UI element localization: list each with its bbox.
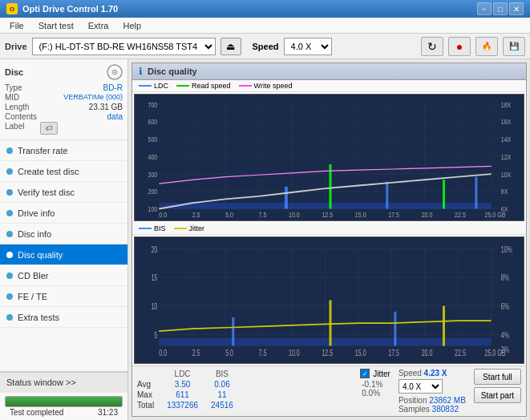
svg-text:22.5: 22.5 xyxy=(455,212,466,220)
menu-start-test[interactable]: Start test xyxy=(32,19,80,32)
svg-text:5.0: 5.0 xyxy=(225,212,233,220)
nav-disc-info-label: Disc info xyxy=(18,229,51,239)
drive-select[interactable]: (F:) HL-DT-ST BD-RE WH16NS58 TST4 xyxy=(32,38,216,55)
total-label: Total xyxy=(137,400,160,410)
progress-bar-bg xyxy=(5,396,123,407)
svg-text:100: 100 xyxy=(148,206,158,214)
speed-select-stat[interactable]: 4.0 X xyxy=(399,379,443,394)
ldc-label: LDC xyxy=(154,82,168,90)
jitter-color xyxy=(174,228,187,229)
svg-rect-88 xyxy=(232,317,234,346)
svg-text:600: 600 xyxy=(148,119,158,127)
nav-dot xyxy=(6,293,13,300)
disc-quality-panel: ℹ Disc quality LDC Read speed xyxy=(131,63,527,417)
refresh-button[interactable]: ↻ xyxy=(421,37,443,56)
svg-text:8X: 8X xyxy=(501,188,508,196)
svg-text:15: 15 xyxy=(151,273,157,283)
disc-type-val: BD-R xyxy=(40,83,123,92)
position-row: Position 23862 MB xyxy=(399,396,466,405)
nav-cd-bler-label: CD Bler xyxy=(18,271,49,281)
nav-create-test-disc-label: Create test disc xyxy=(18,167,79,176)
svg-rect-47 xyxy=(285,187,288,209)
nav-create-test-disc[interactable]: Create test disc xyxy=(0,161,127,182)
svg-text:2.5: 2.5 xyxy=(192,212,200,220)
jitter-header-row: ✓ Jitter xyxy=(360,369,390,378)
status-text-row: Test completed 31:23 xyxy=(5,407,123,418)
nav-verify-test-disc[interactable]: Verify test disc xyxy=(0,182,127,203)
disc-length-key: Length xyxy=(5,103,37,111)
stats-table: LDC BIS Avg 3.50 0.06 Max xyxy=(137,369,352,410)
disc-icon-button[interactable]: ● xyxy=(448,37,471,56)
svg-rect-91 xyxy=(443,306,445,346)
position-label: Position xyxy=(399,396,427,405)
titlebar-left: O Opti Drive Control 1.70 xyxy=(6,3,118,14)
disc-contents-key: Contents xyxy=(5,112,37,121)
nav-fe-te[interactable]: FE / TE xyxy=(0,286,127,307)
nav-disc-quality[interactable]: Disc quality xyxy=(0,244,127,265)
svg-rect-46 xyxy=(159,203,491,208)
menu-file[interactable]: File xyxy=(3,19,30,32)
nav-drive-info[interactable]: Drive info xyxy=(0,203,127,224)
toolbar: Drive (F:) HL-DT-ST BD-RE WH16NS58 TST4 … xyxy=(0,34,530,59)
svg-text:17.5: 17.5 xyxy=(388,212,399,220)
disc-quality-header: ℹ Disc quality xyxy=(132,63,526,80)
speed-select[interactable]: 4.0 X xyxy=(284,38,332,55)
svg-text:7.5: 7.5 xyxy=(259,349,267,358)
nav-dot xyxy=(6,252,13,258)
eject-button[interactable]: ⏏ xyxy=(220,38,241,55)
status-window-button[interactable]: Status window >> xyxy=(0,372,127,393)
nav-transfer-rate[interactable]: Transfer rate xyxy=(0,140,127,161)
status-window-label: Status window >> xyxy=(6,378,76,387)
svg-rect-49 xyxy=(386,182,388,209)
jitter-avg-val: -0.1% xyxy=(362,380,382,389)
action-buttons: Start full Start part xyxy=(474,369,521,403)
avg-label: Avg xyxy=(137,379,160,390)
start-part-button[interactable]: Start part xyxy=(474,387,521,403)
nav-cd-bler[interactable]: CD Bler xyxy=(0,265,127,286)
close-button[interactable]: ✕ xyxy=(509,2,524,15)
disc-type-key: Type xyxy=(5,83,37,92)
nav-disc-quality-label: Disc quality xyxy=(18,250,63,260)
svg-text:12X: 12X xyxy=(501,153,512,161)
total-ldc: 1337266 xyxy=(160,400,204,410)
max-label: Max xyxy=(137,390,160,400)
read-color xyxy=(176,85,189,87)
maximize-button[interactable]: □ xyxy=(493,2,508,15)
burn-button[interactable]: 🔥 xyxy=(475,37,498,56)
svg-text:12.5: 12.5 xyxy=(322,212,333,220)
start-full-button[interactable]: Start full xyxy=(474,369,521,385)
total-bis: 24516 xyxy=(204,400,240,410)
nav-extra-tests[interactable]: Extra tests xyxy=(0,307,127,328)
legend-read: Read speed xyxy=(176,82,231,90)
svg-text:10X: 10X xyxy=(501,171,512,179)
col-ldc-header: LDC xyxy=(160,369,204,379)
svg-text:18X: 18X xyxy=(501,101,512,109)
nav-verify-test-disc-label: Verify test disc xyxy=(18,188,75,197)
nav-disc-info[interactable]: Disc info xyxy=(0,224,127,244)
nav-drive-info-label: Drive info xyxy=(18,208,55,218)
svg-text:20: 20 xyxy=(151,244,157,254)
max-row: Max 611 11 xyxy=(137,390,240,400)
jitter-max-val: 0.0% xyxy=(362,389,380,398)
nav-dot xyxy=(6,189,13,196)
chart2-wrapper: BIS Jitter xyxy=(132,223,526,365)
label-edit-button[interactable]: 🏷 xyxy=(40,122,58,135)
speed-label-stat: Speed xyxy=(399,369,424,378)
col-bis-header: BIS xyxy=(204,369,240,379)
svg-text:7.5: 7.5 xyxy=(259,212,267,220)
write-color xyxy=(239,85,252,87)
save-button[interactable]: 💾 xyxy=(503,37,525,56)
drive-label: Drive xyxy=(5,42,27,51)
minimize-button[interactable]: − xyxy=(477,2,492,15)
svg-rect-89 xyxy=(330,301,332,346)
menu-extra[interactable]: Extra xyxy=(82,19,115,32)
nav-dot xyxy=(6,231,13,237)
status-completed-text: Test completed xyxy=(10,408,63,417)
status-section: Status window >> Test completed 31:23 xyxy=(0,371,127,420)
write-label: Write speed xyxy=(254,82,293,90)
jitter-checkbox[interactable]: ✓ xyxy=(360,369,370,378)
chart2-container: 20 15 10 5 10% 8% 6% 4% 2% 0.0 xyxy=(134,236,524,364)
menu-help[interactable]: Help xyxy=(116,19,148,32)
samples-row: Samples 380832 xyxy=(399,405,466,414)
nav-dot xyxy=(6,273,13,279)
